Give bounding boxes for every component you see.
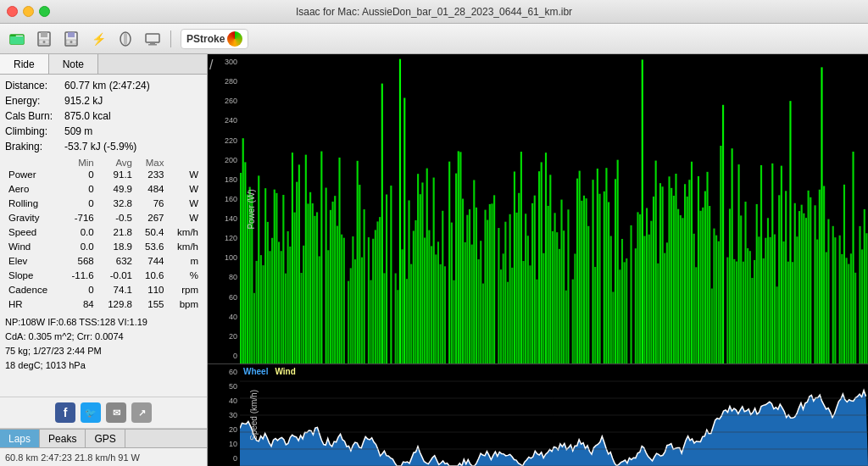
power-y-axis: 300 280 260 240 220 200 180 160 140 120 … [208, 54, 240, 363]
facebook-button[interactable]: f [55, 402, 75, 423]
table-row: Slope -11.6 -0.01 10.6 % [5, 269, 202, 283]
svg-rect-12 [124, 33, 127, 45]
window-title: Isaac for Mac: AussieDon_bar_01_28_2023_… [296, 6, 572, 18]
table-row: Elev 568 632 744 m [5, 254, 202, 269]
main-content: Ride Note Distance: 60.77 km (2:47:24) E… [0, 54, 868, 466]
metrics-table: Min Avg Max Power 0 91.1 233 W Aero 0 49… [5, 158, 202, 312]
speed-canvas [240, 364, 868, 466]
device-button[interactable] [114, 27, 137, 51]
col-max: Max [136, 158, 167, 168]
close-button[interactable] [7, 6, 18, 17]
stat-climbing: Climbing: 509 m [5, 124, 202, 139]
open-button[interactable] [5, 27, 29, 51]
pstroke-label: PStroke [186, 33, 225, 45]
col-avg: Avg [97, 158, 136, 168]
pstroke-badge[interactable]: PStroke [181, 29, 248, 49]
extra-stat-4: 18 degC; 1013 hPa [5, 358, 202, 373]
left-panel: Ride Note Distance: 60.77 km (2:47:24) E… [0, 54, 208, 466]
table-row: Gravity -716 -0.5 267 W [5, 211, 202, 225]
svg-point-6 [43, 41, 46, 43]
screen-button[interactable] [141, 27, 164, 51]
status-text: 60.8 km 2:47:23 21.8 km/h 91 W [5, 452, 140, 463]
svg-rect-8 [68, 32, 75, 37]
col-unit [167, 158, 202, 168]
svg-rect-14 [150, 42, 155, 44]
bottom-tabs: Laps Peaks GPS [0, 429, 207, 447]
col-metric [5, 158, 62, 168]
svg-point-10 [70, 41, 73, 43]
usb-button[interactable]: ⚡ [86, 27, 110, 51]
stat-distance: Distance: 60.77 km (2:47:24) [5, 78, 202, 93]
status-bar: 60.8 km 2:47:23 21.8 km/h 91 W [0, 447, 207, 466]
twitter-button[interactable]: 🐦 [81, 402, 101, 423]
traffic-lights [7, 6, 50, 17]
extra-stat-2: CdA: 0.305 m^2; Crr: 0.0074 [5, 330, 202, 344]
extra-stats: NP:108W IF:0.68 TSS:128 VI:1.19 CdA: 0.3… [5, 315, 202, 373]
tab-ride[interactable]: Ride [0, 54, 49, 74]
power-canvas [240, 54, 868, 363]
export-button[interactable]: ↗ [131, 402, 152, 423]
power-chart[interactable]: 300 280 260 240 220 200 180 160 140 120 … [208, 54, 868, 363]
table-row: Speed 0.0 21.8 50.4 km/h [5, 225, 202, 240]
power-y-label: Power (W) [247, 189, 256, 229]
svg-rect-2 [10, 36, 24, 44]
social-area: f 🐦 ✉ ↗ [0, 397, 207, 429]
legend-wind: Wind [275, 367, 295, 376]
col-min: Min [62, 158, 97, 168]
extra-stat-1: NP:108W IF:0.68 TSS:128 VI:1.19 [5, 315, 202, 330]
svg-rect-15 [148, 44, 157, 46]
table-row: Rolling 0 32.8 76 W [5, 197, 202, 211]
table-row: Wind 0.0 18.9 53.6 km/h [5, 240, 202, 254]
pstroke-icon [227, 31, 242, 47]
table-row: Cadence 0 74.1 110 rpm [5, 283, 202, 297]
table-row: Power 0 91.1 233 W [5, 168, 202, 182]
tab-gps[interactable]: GPS [86, 430, 125, 447]
save-as-button[interactable] [32, 27, 56, 51]
stats-area: Distance: 60.77 km (2:47:24) Energy: 915… [0, 75, 207, 397]
ride-note-tabs: Ride Note [0, 54, 207, 75]
speed-y-axis: 60 50 40 30 20 10 0 [208, 364, 240, 466]
svg-rect-13 [146, 34, 159, 42]
slash-label: / [209, 58, 213, 73]
toolbar: ⚡ PStroke [0, 24, 868, 54]
right-panel[interactable]: / 300 280 260 240 220 200 180 160 140 12… [208, 54, 868, 466]
svg-rect-4 [41, 32, 47, 37]
email-button[interactable]: ✉ [106, 402, 126, 423]
maximize-button[interactable] [39, 6, 50, 17]
title-bar: Isaac for Mac: AussieDon_bar_01_28_2023_… [0, 0, 868, 24]
power-chart-area[interactable]: Power (W) [240, 54, 868, 363]
speed-chart-area[interactable]: Speed (km/h) [240, 364, 868, 466]
toolbar-separator [170, 31, 171, 47]
legend-wheel: Wheel [243, 367, 268, 376]
save-button[interactable] [59, 27, 83, 51]
table-row: HR 84 129.8 155 bpm [5, 297, 202, 312]
minimize-button[interactable] [23, 6, 34, 17]
speed-chart[interactable]: Wheel Wind 60 50 40 30 20 10 0 Speed (km… [208, 364, 868, 466]
tab-peaks[interactable]: Peaks [40, 430, 86, 447]
speed-y-label: Speed (km/h) [249, 390, 259, 441]
extra-stat-3: 75 kg; 1/27/23 2:44 PM [5, 344, 202, 358]
stat-braking: Braking: -53.7 kJ (-5.9%) [5, 139, 202, 154]
stat-cals: Cals Burn: 875.0 kcal [5, 108, 202, 124]
tab-note[interactable]: Note [49, 54, 98, 74]
stat-energy: Energy: 915.2 kJ [5, 93, 202, 108]
table-row: Aero 0 49.9 484 W [5, 182, 202, 197]
speed-chart-legend: Wheel Wind [243, 367, 296, 376]
tab-laps[interactable]: Laps [0, 430, 40, 447]
